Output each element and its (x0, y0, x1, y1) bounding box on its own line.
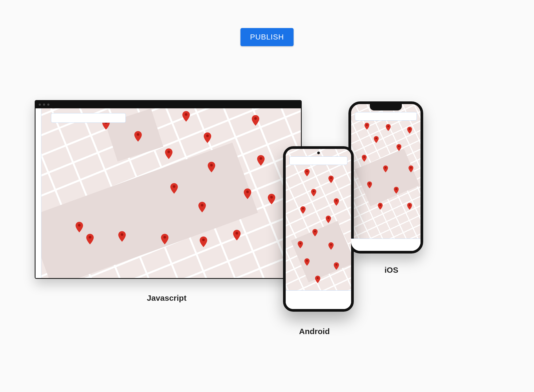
svg-point-15 (206, 134, 209, 137)
map-pin-icon[interactable] (161, 234, 168, 244)
browser-titlebar (36, 101, 301, 108)
svg-point-27 (163, 236, 166, 239)
map-pin-icon[interactable] (200, 236, 207, 247)
svg-point-14 (185, 113, 187, 116)
map-pin-icon[interactable] (252, 115, 259, 126)
map-pin-icon[interactable] (76, 222, 83, 232)
svg-point-29 (235, 232, 238, 235)
browser-viewport (36, 108, 301, 278)
map-pin-icon[interactable] (378, 203, 383, 210)
map-pin-icon[interactable] (334, 262, 339, 270)
svg-point-5 (363, 156, 365, 158)
svg-point-34 (302, 208, 304, 210)
map-pin-icon[interactable] (233, 230, 241, 240)
svg-point-39 (306, 260, 308, 262)
svg-point-19 (260, 157, 262, 160)
map-pin-icon[interactable] (374, 136, 379, 143)
map-pin-icon[interactable] (312, 229, 318, 236)
map-pin-icon[interactable] (118, 231, 126, 242)
ios-bottom-bar (351, 239, 421, 251)
map-pin-icon[interactable] (304, 258, 310, 266)
browser-map[interactable] (36, 108, 301, 278)
svg-point-8 (369, 183, 370, 184)
svg-point-16 (254, 117, 257, 120)
device-ios (348, 101, 423, 254)
svg-point-26 (121, 233, 123, 236)
android-search-input[interactable] (289, 156, 347, 165)
svg-point-21 (201, 204, 203, 207)
svg-point-13 (137, 133, 139, 136)
svg-point-40 (335, 264, 337, 266)
window-dot (39, 104, 41, 106)
svg-point-28 (202, 239, 205, 241)
svg-point-33 (335, 200, 337, 202)
svg-point-1 (387, 125, 389, 127)
svg-point-2 (409, 128, 410, 130)
window-dot (43, 104, 45, 106)
map-pin-icon[interactable] (298, 241, 303, 248)
svg-point-35 (327, 217, 329, 219)
map-pin-icon[interactable] (409, 165, 413, 172)
ios-notch (370, 104, 402, 110)
android-bottom-bar (286, 290, 351, 309)
publish-button[interactable]: PUBLISH (241, 28, 294, 46)
caption-javascript: Javascript (147, 294, 186, 303)
map-pin-icon[interactable] (198, 202, 206, 212)
device-javascript (35, 100, 302, 279)
svg-point-41 (317, 277, 319, 279)
browser-left-gutter (36, 108, 41, 278)
browser-search-input[interactable] (51, 113, 126, 123)
device-android (283, 146, 354, 312)
map-pin-icon[interactable] (182, 111, 190, 122)
svg-point-4 (398, 145, 400, 147)
map-pin-icon[interactable] (244, 188, 251, 199)
map-pin-icon[interactable] (362, 155, 367, 162)
caption-ios: iOS (384, 266, 398, 275)
svg-point-23 (270, 196, 273, 199)
svg-point-3 (375, 137, 377, 139)
svg-point-22 (246, 191, 249, 193)
map-pin-icon[interactable] (208, 162, 215, 172)
caption-android: Android (299, 327, 330, 336)
android-map[interactable] (286, 149, 351, 309)
map-pin-icon[interactable] (364, 123, 369, 130)
svg-point-17 (167, 151, 170, 153)
svg-point-20 (173, 185, 175, 188)
svg-point-37 (299, 243, 301, 244)
map-pin-icon[interactable] (268, 194, 275, 204)
map-pin-icon[interactable] (134, 131, 142, 142)
svg-point-10 (379, 204, 381, 206)
map-pin-icon[interactable] (311, 189, 316, 196)
map-pin-icon[interactable] (383, 165, 388, 172)
svg-point-6 (385, 167, 386, 168)
map-pin-icon[interactable] (407, 203, 412, 210)
map-pin-icon[interactable] (300, 206, 306, 214)
map-pin-icon[interactable] (394, 187, 399, 194)
ios-viewport (351, 104, 421, 251)
map-pin-icon[interactable] (396, 144, 401, 151)
map-pin-icon[interactable] (407, 127, 412, 134)
svg-point-36 (314, 231, 316, 232)
map-pin-icon[interactable] (204, 132, 211, 143)
map-pin-icon[interactable] (257, 155, 265, 166)
svg-point-31 (330, 177, 332, 179)
svg-point-38 (330, 244, 332, 246)
svg-point-7 (410, 167, 412, 168)
svg-point-25 (89, 236, 91, 239)
map-pin-icon[interactable] (304, 169, 310, 176)
map-pin-icon[interactable] (386, 124, 391, 131)
svg-point-18 (210, 164, 213, 167)
svg-point-9 (395, 188, 397, 190)
android-viewport (286, 149, 351, 309)
map-pin-icon[interactable] (326, 216, 331, 223)
map-pin-icon[interactable] (367, 181, 372, 188)
map-pin-icon[interactable] (328, 242, 334, 250)
map-pin-icon[interactable] (170, 183, 178, 194)
map-pin-icon[interactable] (328, 176, 334, 183)
ios-search-input[interactable] (355, 112, 417, 121)
map-pin-icon[interactable] (165, 148, 172, 159)
map-pin-icon[interactable] (334, 198, 339, 206)
svg-point-11 (409, 204, 410, 206)
map-pin-icon[interactable] (315, 276, 320, 283)
map-pin-icon[interactable] (86, 234, 94, 244)
